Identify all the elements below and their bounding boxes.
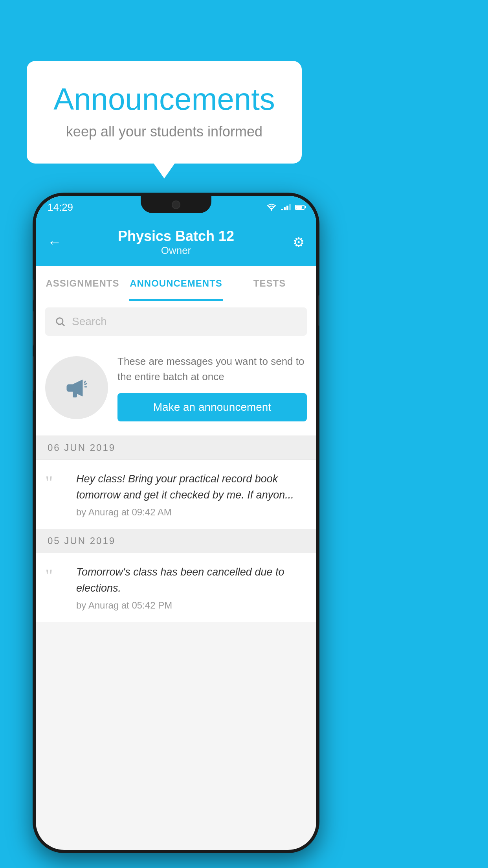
- search-icon: [55, 316, 66, 327]
- speech-bubble: Announcements keep all your students inf…: [27, 61, 302, 164]
- search-box[interactable]: Search: [45, 307, 307, 336]
- date-separator-1: 06 JUN 2019: [36, 436, 316, 460]
- speech-bubble-subtitle: keep all your students informed: [50, 123, 278, 140]
- status-icons: [266, 203, 305, 211]
- volume-down-button: [33, 311, 34, 346]
- app-bar-title: Physics Batch 12: [67, 228, 285, 245]
- app-bar: ← Physics Batch 12 Owner ⚙: [36, 219, 316, 266]
- tab-assignments[interactable]: ASSIGNMENTS: [36, 266, 129, 301]
- search-container: Search: [36, 301, 316, 342]
- quote-icon-2: ": [45, 566, 67, 585]
- announcement-item-1[interactable]: " Hey class! Bring your practical record…: [36, 460, 316, 529]
- settings-button[interactable]: ⚙: [285, 234, 305, 250]
- quote-icon-1: ": [45, 473, 67, 492]
- app-bar-subtitle: Owner: [67, 245, 285, 257]
- signal-icon: [281, 204, 291, 210]
- phone-device: 14:29: [33, 193, 319, 853]
- tab-tests[interactable]: TESTS: [223, 266, 316, 301]
- tabs-bar: ASSIGNMENTS ANNOUNCEMENTS TESTS: [36, 266, 316, 301]
- make-announcement-button[interactable]: Make an announcement: [117, 393, 307, 421]
- volume-up-button: [33, 279, 34, 301]
- phone-screen: 14:29: [36, 196, 316, 850]
- svg-line-2: [62, 324, 64, 326]
- promo-description: These are messages you want to send to t…: [117, 354, 307, 384]
- power-button: [318, 295, 319, 326]
- front-camera: [172, 200, 180, 209]
- announcement-content-2: Tomorrow's class has been cancelled due …: [76, 564, 307, 611]
- announcement-content-1: Hey class! Bring your practical record b…: [76, 471, 307, 518]
- promo-section: These are messages you want to send to t…: [36, 342, 316, 436]
- search-input[interactable]: Search: [72, 315, 107, 328]
- svg-line-3: [84, 381, 85, 383]
- app-bar-title-group: Physics Batch 12 Owner: [67, 228, 285, 257]
- announcement-meta-2: by Anurag at 05:42 PM: [76, 600, 307, 611]
- announcement-text-1: Hey class! Bring your practical record b…: [76, 471, 307, 503]
- speech-bubble-container: Announcements keep all your students inf…: [27, 61, 302, 164]
- phone-notch: [141, 196, 211, 213]
- tab-announcements[interactable]: ANNOUNCEMENTS: [129, 266, 223, 301]
- announcement-item-2[interactable]: " Tomorrow's class has been cancelled du…: [36, 553, 316, 622]
- silent-button: [33, 356, 34, 391]
- promo-icon-circle: [45, 356, 108, 419]
- svg-line-4: [85, 384, 86, 384]
- back-button[interactable]: ←: [48, 234, 67, 250]
- battery-icon: [295, 205, 305, 210]
- megaphone-icon: [61, 372, 92, 403]
- status-time: 14:29: [48, 201, 73, 213]
- wifi-icon: [266, 203, 277, 211]
- announcement-meta-1: by Anurag at 09:42 AM: [76, 507, 307, 518]
- speech-bubble-title: Announcements: [50, 83, 278, 116]
- svg-point-0: [271, 209, 272, 211]
- date-separator-2: 05 JUN 2019: [36, 529, 316, 553]
- promo-text-group: These are messages you want to send to t…: [117, 354, 307, 421]
- announcement-text-2: Tomorrow's class has been cancelled due …: [76, 564, 307, 596]
